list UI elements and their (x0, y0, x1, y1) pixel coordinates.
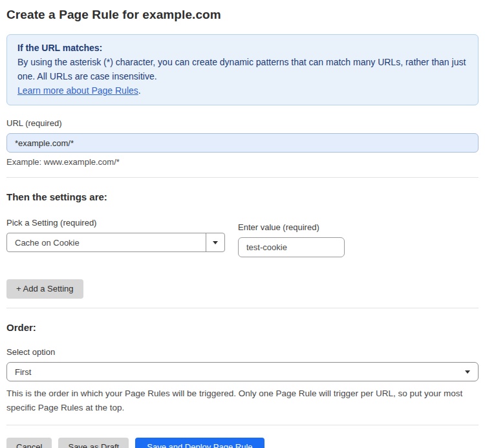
link-suffix: . (138, 85, 141, 96)
triangle-down-icon (465, 370, 470, 374)
save-as-draft-button[interactable]: Save as Draft (58, 438, 129, 448)
order-helper-text: This is the order in which your Page Rul… (6, 387, 472, 415)
divider (6, 425, 479, 425)
pick-setting-label: Pick a Setting (required) (6, 218, 225, 228)
learn-more-link[interactable]: Learn more about Page Rules (17, 85, 138, 96)
setting-dropdown[interactable]: Cache on Cookie (6, 233, 225, 252)
setting-value-input[interactable] (238, 237, 345, 257)
order-heading: Order: (6, 322, 479, 333)
order-select[interactable]: First (6, 362, 479, 381)
save-and-deploy-button[interactable]: Save and Deploy Page Rule (135, 438, 264, 448)
triangle-down-icon (213, 241, 218, 244)
divider (6, 177, 479, 178)
add-setting-button[interactable]: + Add a Setting (6, 279, 83, 299)
enter-value-column: Enter value (required) (238, 222, 345, 257)
settings-row: Pick a Setting (required) Cache on Cooki… (6, 218, 479, 257)
url-field-label: URL (required) (6, 118, 479, 128)
settings-heading: Then the settings are: (6, 191, 479, 202)
pick-setting-column: Pick a Setting (required) Cache on Cooki… (6, 218, 225, 257)
url-input[interactable] (6, 133, 479, 153)
info-box-link-line: Learn more about Page Rules. (17, 83, 468, 98)
enter-value-label: Enter value (required) (238, 222, 345, 232)
divider (6, 308, 479, 308)
order-select-label: Select option (6, 347, 479, 357)
footer-actions: Cancel Save as Draft Save and Deploy Pag… (6, 438, 479, 448)
url-example-helper: Example: www.example.com/* (6, 157, 479, 167)
cancel-button[interactable]: Cancel (6, 438, 52, 448)
url-match-info-box: If the URL matches: By using the asteris… (6, 34, 479, 105)
setting-dropdown-button[interactable] (206, 233, 224, 251)
page-title: Create a Page Rule for example.com (6, 8, 479, 22)
info-box-heading: If the URL matches: (17, 41, 468, 55)
page-rule-form: Create a Page Rule for example.com If th… (0, 0, 485, 448)
order-select-value: First (15, 367, 31, 377)
info-box-body: By using the asterisk (*) character, you… (17, 55, 468, 83)
setting-dropdown-value: Cache on Cookie (7, 233, 206, 251)
